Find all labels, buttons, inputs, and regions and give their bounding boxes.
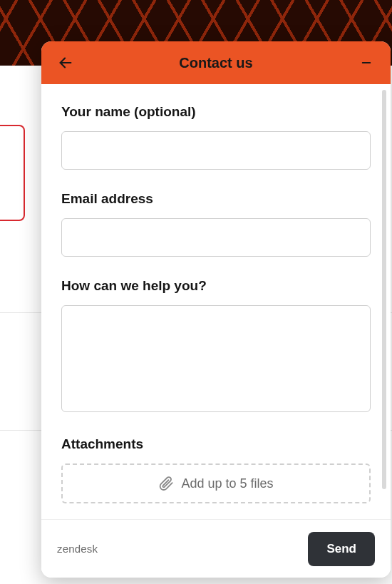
- attachments-label: Attachments: [61, 436, 371, 452]
- widget-header: Contact us: [41, 41, 391, 84]
- send-button[interactable]: Send: [308, 532, 375, 566]
- attachments-hint: Add up to 5 files: [181, 476, 273, 491]
- attachments-dropzone[interactable]: Add up to 5 files: [61, 463, 371, 503]
- page-card-outline: [0, 125, 25, 221]
- name-input[interactable]: [61, 131, 371, 170]
- name-label: Your name (optional): [61, 104, 371, 120]
- back-button[interactable]: [54, 51, 77, 74]
- contact-widget: Contact us Your name (optional) Email ad…: [41, 41, 391, 578]
- widget-body: Your name (optional) Email address How c…: [41, 84, 391, 519]
- help-label: How can we help you?: [61, 278, 371, 294]
- scrollbar[interactable]: [382, 90, 386, 489]
- email-label: Email address: [61, 191, 371, 207]
- help-textarea[interactable]: [61, 305, 371, 412]
- form-scroll-area[interactable]: Your name (optional) Email address How c…: [41, 84, 391, 519]
- paperclip-icon: [158, 476, 174, 491]
- widget-title: Contact us: [77, 55, 355, 71]
- brand-label: zendesk: [57, 543, 98, 555]
- arrow-left-icon: [58, 55, 73, 71]
- email-input[interactable]: [61, 218, 371, 257]
- minus-icon: [360, 56, 373, 69]
- minimize-button[interactable]: [355, 51, 378, 74]
- widget-footer: zendesk Send: [41, 519, 391, 578]
